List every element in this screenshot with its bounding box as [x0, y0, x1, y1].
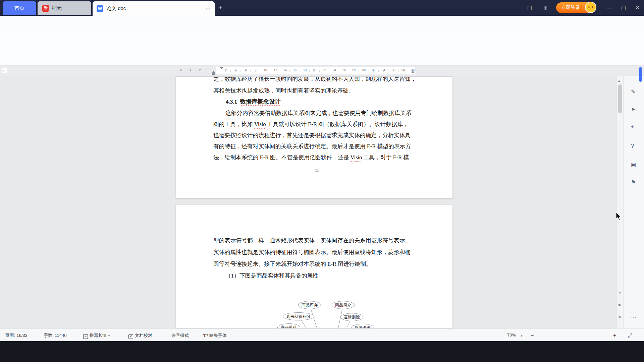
previous-page-icon[interactable]: ⇞ — [618, 291, 622, 296]
body-text-line: 有的特征，还有对实体间的关联关系进行确定。最后才是使用 E-R 模型的表示方 — [213, 143, 428, 150]
tab-pin-icon[interactable]: ▭ — [206, 6, 210, 11]
sidebar-tool-icon[interactable]: ➤ — [631, 106, 635, 112]
sidebar-indicator — [639, 67, 642, 82]
proof-icon: ✕ — [128, 334, 133, 339]
page-number: 11 — [310, 168, 324, 173]
right-indent-marker[interactable] — [411, 71, 415, 73]
fullscreen-icon[interactable]: ⤢ — [628, 333, 632, 339]
window-tab-bar: 首页 禾 稻壳 W 论文.doc ▭ + ▢ ⊞ 立即登录 — ▢ ✕ — [0, 0, 644, 16]
ruler-number: 14 — [283, 68, 287, 72]
status-bar: 页面: 16/33 字数: 11440 ✓拼写检查 ▾ ✕文档校对 兼容模式 T… — [0, 328, 644, 341]
heading-4-3-1: 4.3.1 数据库概念设计 — [226, 98, 440, 105]
windows-taskbar: ⊞ ❄ e 张家界自助游攻略 搜索一下 e ☺ W 21% CPU利用率 ▂▅▃… — [0, 341, 644, 362]
proofing-button[interactable]: ✕文档校对 — [128, 333, 152, 339]
ruler-number: 4 — [190, 68, 191, 72]
zoom-in-icon[interactable]: + — [613, 333, 616, 339]
word-count: 字数: 11440 — [44, 333, 66, 339]
ruler-number: 16 — [293, 68, 297, 72]
page-17[interactable]: 型的表示符号都一样，通常矩形代表实体，实体间存在的关系用菱形符号表示， 实体的属… — [176, 205, 453, 328]
spell-check-toggle[interactable]: ✓拼写检查 ▾ — [83, 333, 110, 339]
new-tab-button[interactable]: + — [219, 4, 223, 11]
body-text-line: 实体的属性也就是实体的特征用符号椭圆表示。最后使用直线将矩形，菱形和椭 — [213, 249, 428, 256]
wps-doc-icon: W — [97, 5, 103, 12]
docer-tab[interactable]: 禾 稻壳 — [38, 1, 91, 15]
zoom-out-icon[interactable]: − — [531, 333, 534, 339]
ruler-number: 24 — [333, 68, 336, 72]
margin-mark — [208, 162, 213, 166]
margin-mark — [208, 227, 213, 231]
avatar[interactable] — [585, 2, 596, 13]
menu-row: ☰ 文件 ↺ ▾ ↻ ⌄ 开始插入页面布局引用审阅视图章节开发工具会员专享推 ›… — [0, 16, 644, 33]
er-attribute-ellipse: 购买获得积分 — [283, 312, 314, 320]
maximize-button[interactable]: ▢ — [621, 5, 626, 11]
tab-selector-box[interactable]: ∟ — [2, 68, 7, 73]
ruler-number: 32 — [372, 68, 375, 72]
ruler-number: 2 — [225, 68, 227, 72]
missing-font-button[interactable]: T? 缺失字体 — [203, 333, 227, 339]
page-16[interactable]: 之，数据库经历了很长一段时间的发展，从最初的不为人知，到现在的人尽皆知， 其相关… — [176, 76, 453, 198]
margin-mark — [415, 227, 420, 231]
page-indicator: 页面: 16/33 — [5, 333, 28, 339]
ruler-number: 36 — [392, 68, 395, 72]
sidebar-tool-icon[interactable]: ? — [631, 143, 634, 149]
body-text-line: 这部分内容需要借助数据库关系图来完成，也需要使用专门绘制数据库关系 — [225, 110, 440, 117]
sidebar-tool-icon[interactable]: ✎ — [631, 88, 635, 95]
ruler-number: 38 — [401, 68, 405, 72]
ruler-number: 8 — [255, 68, 256, 72]
ruler-number: 18 — [303, 68, 307, 72]
ruler-number: 28 — [352, 68, 356, 72]
compat-mode-label: 兼容模式 — [171, 333, 189, 339]
right-tool-sidebar: ✎➤⌖?▣⚑ ⋯ — [623, 76, 644, 328]
home-tab[interactable]: 首页 — [3, 1, 36, 15]
body-text-line: 型的表示符号都一样，通常矩形代表实体，实体间存在的关系用菱形符号表示， — [213, 237, 428, 244]
margin-mark — [415, 162, 420, 166]
monitor-icon[interactable]: ▢ — [527, 5, 532, 11]
zoom-dropdown-icon[interactable]: ▾ — [521, 334, 523, 338]
checkbox-icon: ✓ — [83, 334, 88, 339]
vertical-scrollbar[interactable]: ▴ ⇞ ◉ ⇟ — [616, 76, 623, 328]
hanging-indent-marker[interactable] — [212, 71, 215, 73]
body-text-line: 圆等符号连接起来。接下来就开始对本系统的 E-R 图进行绘制。 — [213, 260, 428, 267]
ribbon-toolbar: 粘贴 ▾ ✂ 剪切 ⧉ 复制 格式刷 黑体▾ 小二▾ A⁺ A⁻ ◇ wén 文… — [0, 33, 644, 66]
mouse-cursor — [615, 212, 622, 222]
body-text-line: 法，绘制本系统的 E-R 图。不管是使用亿图软件，还是 Visio 工具，对于 … — [213, 154, 428, 161]
browse-object-icon[interactable]: ◉ — [618, 303, 621, 307]
sidebar-more-icon[interactable]: ⋯ — [631, 314, 636, 321]
ruler-number: 26 — [342, 68, 346, 72]
sidebar-tool-icon[interactable]: ⌖ — [631, 124, 634, 130]
document-canvas[interactable]: 之，数据库经历了很长一段时间的发展，从最初的不为人知，到现在的人尽皆知， 其相关… — [0, 76, 644, 328]
ruler-number: 22 — [323, 68, 326, 72]
er-attribute-ellipse: 商品简介 — [332, 301, 355, 309]
ruler-number: 20 — [313, 68, 316, 72]
close-button[interactable]: ✕ — [635, 5, 640, 11]
docer-logo-icon: 禾 — [42, 5, 49, 12]
body-text-line: 其相关技术也越发成熟，同时也拥有着坚实的理论基础。 — [213, 87, 428, 94]
scroll-up-icon[interactable]: ▴ — [618, 78, 620, 83]
body-text-line: 也需要按照设计的流程进行，首先还是要根据需求完成实体的确定，分析实体具 — [213, 132, 428, 139]
body-text-line: 图的工具，比如 Visio 工具就可以设计 E-R 图（数据库关系图）。设计数据… — [213, 121, 428, 128]
sidebar-tool-icon[interactable]: ▣ — [631, 161, 636, 168]
er-attribute-ellipse: 商品库存 — [298, 301, 321, 309]
minimize-button[interactable]: — — [607, 5, 612, 10]
ruler-number: 2 — [199, 68, 201, 72]
document-tab[interactable]: W 论文.doc ▭ — [93, 1, 215, 16]
zoom-level[interactable]: 70% — [507, 333, 516, 338]
document-tab-title: 论文.doc — [106, 5, 126, 12]
ruler-number: 34 — [382, 68, 385, 72]
left-indent-marker[interactable] — [212, 73, 215, 75]
ruler-number: 6 — [180, 68, 182, 72]
first-line-indent-marker[interactable] — [220, 67, 223, 69]
wps-writer-window: 首页 禾 稻壳 W 论文.doc ▭ + ▢ ⊞ 立即登录 — ▢ ✕ ☰ 文件… — [0, 0, 644, 362]
scrollbar-thumb[interactable] — [618, 84, 622, 113]
er-attribute-ellipse: 逻辑删除 — [340, 313, 363, 321]
next-page-icon[interactable]: ⇟ — [618, 314, 622, 319]
body-text-line: 之，数据库经历了很长一段时间的发展，从最初的不为人知，到现在的人尽皆知， — [213, 76, 428, 82]
ruler-number: 10 — [264, 68, 267, 72]
ruler-number: 12 — [274, 68, 277, 72]
horizontal-ruler[interactable]: ∟ 64224681012141618202224262830323436384… — [0, 66, 644, 76]
ruler-number: 6 — [245, 68, 247, 72]
apps-grid-icon[interactable]: ⊞ — [543, 5, 548, 11]
body-text-line: （1）下图是商品实体和其具备的属性。 — [225, 272, 440, 279]
ruler-number: 4 — [235, 68, 236, 72]
sidebar-tool-icon[interactable]: ⚑ — [631, 179, 636, 185]
